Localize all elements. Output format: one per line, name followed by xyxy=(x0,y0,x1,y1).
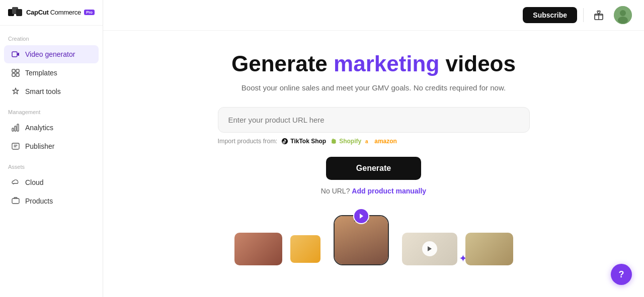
preview-card-2 xyxy=(290,235,320,263)
svg-rect-5 xyxy=(16,69,19,72)
sidebar-item-label: Products xyxy=(25,197,53,205)
avatar[interactable] xyxy=(614,6,632,24)
shopify-badge: Shopify xyxy=(330,138,361,145)
amazon-badge: a amazon xyxy=(365,138,397,145)
svg-rect-2 xyxy=(16,9,22,16)
main-content: Subscribe Generate marketing videos xyxy=(103,0,644,297)
svg-rect-3 xyxy=(12,52,17,57)
video-generator-icon xyxy=(11,50,20,59)
capcut-overlay-icon xyxy=(353,208,369,224)
sidebar: CapCut Commerce Pro Creation Video gener… xyxy=(0,0,103,297)
url-input-wrapper xyxy=(218,107,530,133)
management-label: Management xyxy=(0,107,103,118)
creation-label: Creation xyxy=(0,34,103,45)
assets-label: Assets xyxy=(0,162,103,173)
header-divider xyxy=(583,8,584,22)
cloud-icon xyxy=(11,178,20,187)
sidebar-item-analytics[interactable]: Analytics xyxy=(4,119,99,137)
sidebar-item-video-generator[interactable]: Video generator xyxy=(4,45,99,63)
logo-text: CapCut Commerce Pro xyxy=(26,9,95,16)
publisher-icon xyxy=(11,142,20,151)
svg-rect-8 xyxy=(12,128,14,131)
sidebar-item-cloud[interactable]: Cloud xyxy=(4,173,99,191)
sidebar-item-label: Cloud xyxy=(25,178,44,186)
phone-wrapper xyxy=(329,215,394,265)
svg-rect-7 xyxy=(16,73,19,76)
sidebar-item-products[interactable]: Products xyxy=(4,192,99,210)
creation-section: Creation Video generator Templates xyxy=(0,34,103,101)
hero-subtitle: Boost your online sales and meet your GM… xyxy=(208,83,540,92)
sidebar-item-label: Publisher xyxy=(25,142,54,150)
add-product-manually-link[interactable]: Add product manually xyxy=(352,187,426,195)
svg-rect-4 xyxy=(12,69,15,72)
products-icon xyxy=(11,196,20,206)
url-input[interactable] xyxy=(218,107,530,133)
preview-card-play: ✦ xyxy=(402,233,457,265)
gift-button[interactable] xyxy=(590,6,608,24)
hero-section: Generate marketing videos Boost your onl… xyxy=(198,51,550,210)
templates-icon xyxy=(11,68,20,77)
svg-text:a: a xyxy=(365,139,368,144)
logo: CapCut Commerce Pro xyxy=(0,0,103,26)
svg-point-16 xyxy=(618,17,628,24)
sidebar-item-label: Smart tools xyxy=(25,87,61,95)
play-button-small xyxy=(422,241,437,256)
sidebar-item-smart-tools[interactable]: Smart tools xyxy=(4,82,99,101)
management-section: Management Analytics Publisher xyxy=(0,107,103,156)
import-label: Import products from: xyxy=(218,138,278,145)
header: Subscribe xyxy=(103,0,644,31)
svg-point-15 xyxy=(620,10,626,16)
tiktok-shop-badge: TikTok Shop xyxy=(281,138,326,145)
preview-card-1 xyxy=(234,233,282,265)
import-row: Import products from: TikTok Shop Shopif… xyxy=(218,138,530,145)
svg-rect-6 xyxy=(12,73,15,76)
svg-rect-11 xyxy=(12,143,19,149)
smart-tools-icon xyxy=(11,87,20,96)
svg-rect-9 xyxy=(15,126,16,131)
logo-icon xyxy=(8,7,22,18)
preview-strip: ✦ xyxy=(103,215,644,265)
pro-badge: Pro xyxy=(84,10,94,15)
sidebar-item-label: Analytics xyxy=(25,124,53,132)
svg-rect-12 xyxy=(12,199,19,204)
main-area: Generate marketing videos Boost your onl… xyxy=(103,31,644,297)
sidebar-item-label: Video generator xyxy=(25,50,75,58)
assets-section: Assets Cloud Products xyxy=(0,162,103,211)
sidebar-item-label: Templates xyxy=(25,69,57,77)
no-url-row: No URL? Add product manually xyxy=(208,187,540,195)
generate-button[interactable]: Generate xyxy=(326,157,421,180)
svg-rect-10 xyxy=(17,124,19,131)
hero-title: Generate marketing videos xyxy=(208,51,540,77)
sidebar-item-templates[interactable]: Templates xyxy=(4,64,99,82)
sidebar-item-publisher[interactable]: Publisher xyxy=(4,137,99,155)
analytics-icon xyxy=(11,123,20,132)
help-button[interactable]: ? xyxy=(611,264,632,285)
preview-card-3 xyxy=(465,233,513,265)
subscribe-button[interactable]: Subscribe xyxy=(523,7,577,23)
